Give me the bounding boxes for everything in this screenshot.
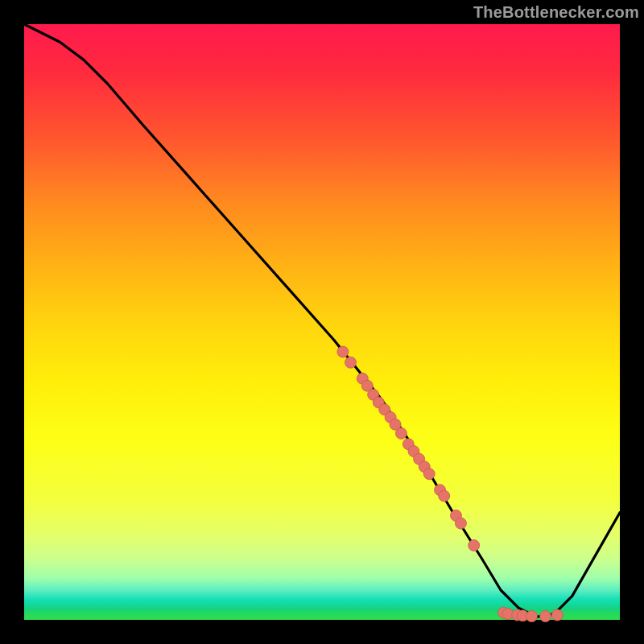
chart-stage: TheBottlenecker.com — [0, 0, 644, 644]
bottleneck-curve — [24, 24, 620, 617]
data-marker — [455, 518, 466, 529]
data-marker — [345, 357, 357, 368]
plot-svg — [24, 24, 620, 620]
data-markers — [337, 346, 563, 622]
data-marker — [469, 540, 480, 551]
data-marker — [526, 611, 537, 622]
data-marker — [395, 427, 407, 439]
data-marker — [551, 609, 563, 621]
plot-area — [24, 24, 620, 620]
data-marker — [439, 490, 450, 502]
data-marker — [423, 469, 435, 480]
data-marker — [540, 611, 551, 622]
data-marker — [337, 346, 349, 357]
watermark-text: TheBottlenecker.com — [473, 3, 639, 22]
